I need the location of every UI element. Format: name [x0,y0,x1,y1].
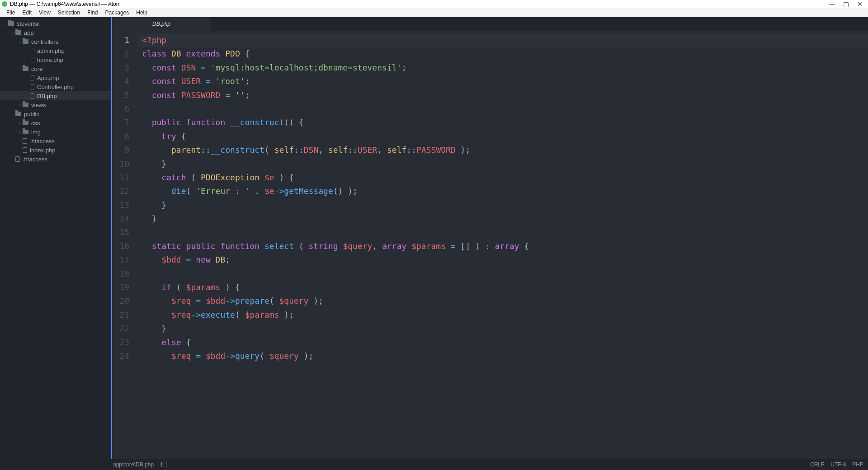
line-number[interactable]: 9 [112,143,137,157]
menu-view[interactable]: View [35,9,54,16]
code-content[interactable]: <?phpclass DB extends PDO { const DSN = … [137,31,868,459]
tree-arrow-spacer [24,85,29,89]
line-number[interactable]: 11 [112,171,137,184]
tab-db-php[interactable]: DB.php [111,17,211,31]
chevron-down-icon[interactable]: ⌵ [10,112,14,116]
code-line[interactable]: if ( $params ) { [137,281,868,294]
code-line[interactable]: parent::__construct( self::DSN, self::US… [137,143,868,157]
tree-file-home-php[interactable]: home.php [0,55,111,64]
tree-file-controller-php[interactable]: Controller.php [0,82,111,91]
tree-file-app-php[interactable]: App.php [0,73,111,82]
menu-edit[interactable]: Edit [19,9,35,16]
tree-folder-img[interactable]: ›img [0,127,111,136]
code-line[interactable]: } [137,212,868,226]
code-line[interactable]: public function __construct() { [137,116,868,129]
code-line[interactable]: const DSN = 'mysql:host=localhost;dbname… [137,61,868,75]
menu-packages[interactable]: Packages [102,9,133,16]
tree-file-db-php[interactable]: DB.php [0,91,111,100]
code-line[interactable]: $req = $bdd->query( $query ); [137,349,868,363]
tree-folder-core[interactable]: ⌵core [0,64,111,73]
line-number[interactable]: 19 [112,281,137,294]
code-line[interactable]: } [137,157,868,171]
chevron-down-icon[interactable]: ⌵ [17,39,22,44]
code-line[interactable]: die( 'Erreur : ' . $e->getMessage() ); [137,184,868,198]
menu-selection[interactable]: Selection [54,9,84,16]
chevron-right-icon[interactable]: › [17,121,22,125]
chevron-right-icon[interactable]: › [17,130,22,134]
line-number[interactable]: 8 [112,130,137,143]
line-number[interactable]: 2 [112,47,137,61]
code-line[interactable]: const PASSWORD = ''; [137,89,868,102]
project-tree[interactable]: ⌵stevensil⌵app⌵controllersadmin.phphome.… [0,17,111,459]
line-number[interactable]: 24 [112,349,137,363]
line-number[interactable]: 4 [112,75,137,88]
line-number[interactable]: 10 [112,157,137,171]
minimize-button[interactable]: — [829,1,835,7]
code-line[interactable]: } [137,322,868,335]
code-line[interactable]: catch ( PDOException $e ) { [137,171,868,184]
code-line[interactable]: else { [137,336,868,349]
line-number[interactable]: 18 [112,267,137,281]
line-gutter: 123456789101112131415161718192021222324 [112,31,137,459]
status-language[interactable]: PHP [852,461,863,468]
code-line[interactable]: const USER = 'root'; [137,75,868,88]
line-number[interactable]: 21 [112,308,137,322]
code-line[interactable] [137,267,868,281]
tree-label: .htaccess [30,138,55,145]
line-number[interactable]: 16 [112,240,137,253]
status-encoding[interactable]: UTF-8 [830,461,846,468]
tree-folder-css[interactable]: ›css [0,118,111,127]
line-number[interactable]: 20 [112,294,137,308]
tree-file-admin-php[interactable]: admin.php [0,46,111,55]
tree-label: Controller.php [37,84,74,90]
menu-help[interactable]: Help [132,9,151,16]
tree-folder-stevensil[interactable]: ⌵stevensil [0,19,111,28]
line-number[interactable]: 6 [112,102,137,116]
code-line[interactable]: <?php [137,33,868,47]
tree-file-index-php[interactable]: index.php [0,146,111,155]
code-line[interactable]: static public function select ( string $… [137,240,868,253]
line-number[interactable]: 12 [112,184,137,198]
code-line[interactable]: $req = $bdd->prepare( $query ); [137,294,868,308]
tree-folder-public[interactable]: ⌵public [0,109,111,118]
status-path[interactable]: app\core\DB.php [113,461,154,468]
tree-arrow-spacer [24,57,29,62]
code-line[interactable]: try { [137,130,868,143]
code-line[interactable]: } [137,198,868,212]
tree-file--htaccess[interactable]: .htaccess [0,155,111,164]
editor-body[interactable]: 123456789101112131415161718192021222324 … [111,31,868,459]
chevron-down-icon[interactable]: ⌵ [17,66,22,71]
line-number[interactable]: 1 [112,33,137,47]
menu-file[interactable]: File [3,9,19,16]
line-number[interactable]: 5 [112,89,137,102]
tree-folder-views[interactable]: ›views [0,100,111,109]
status-cursor[interactable]: 1:1 [160,461,168,468]
tree-folder-controllers[interactable]: ⌵controllers [0,37,111,46]
menu-find[interactable]: Find [84,9,101,16]
line-number[interactable]: 23 [112,336,137,349]
close-button[interactable]: ✕ [857,1,863,7]
line-number[interactable]: 14 [112,212,137,226]
code-line[interactable] [137,102,868,116]
maximize-button[interactable]: ▢ [843,1,849,7]
code-line[interactable]: $req->execute( $params ); [137,308,868,322]
tree-file--htaccess[interactable]: .htaccess [0,136,111,146]
chevron-right-icon[interactable]: › [17,103,22,107]
line-number[interactable]: 15 [112,226,137,239]
tree-folder-app[interactable]: ⌵app [0,28,111,37]
code-line[interactable]: $bdd = new DB; [137,253,868,267]
file-icon [30,48,34,53]
tree-label: app [24,29,34,36]
code-line[interactable] [137,226,868,239]
status-eol[interactable]: CRLF [810,461,824,468]
menubar: FileEditViewSelectionFindPackagesHelp [0,8,868,17]
line-number[interactable]: 3 [112,61,137,75]
chevron-down-icon[interactable]: ⌵ [3,21,7,26]
main-area: ⌵stevensil⌵app⌵controllersadmin.phphome.… [0,17,868,459]
line-number[interactable]: 7 [112,116,137,129]
chevron-down-icon[interactable]: ⌵ [10,30,14,35]
line-number[interactable]: 13 [112,198,137,212]
line-number[interactable]: 22 [112,322,137,335]
line-number[interactable]: 17 [112,253,137,267]
code-line[interactable]: class DB extends PDO { [137,47,868,61]
